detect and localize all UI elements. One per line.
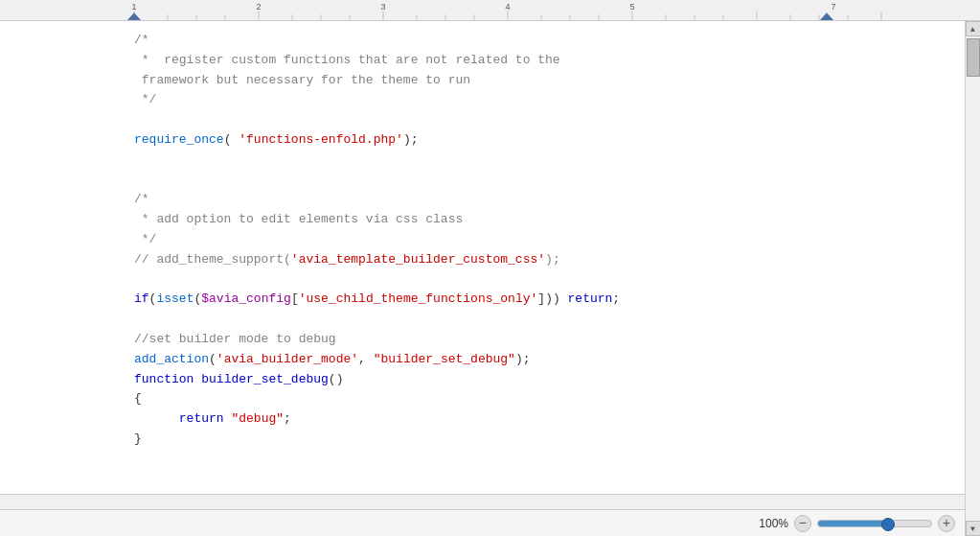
zoom-level: 100% [759,517,788,530]
svg-text:1: 1 [131,3,136,12]
scrollbar-thumb-area[interactable] [966,36,980,521]
editor-container: /* * register custom functions that are … [0,21,980,536]
zoom-slider[interactable] [817,520,932,527]
bottom-bar: 100% − + [0,509,965,536]
horizontal-scrollbar[interactable] [0,494,965,509]
zoom-slider-track [818,521,886,526]
code-area[interactable]: /* * register custom functions that are … [0,21,965,494]
code-content: /* * register custom functions that are … [0,31,965,450]
svg-text:2: 2 [256,3,261,12]
zoom-out-button[interactable]: − [794,515,811,532]
svg-text:5: 5 [629,3,634,12]
ruler: 1 2 3 4 5 7 [0,0,980,21]
zoom-slider-thumb[interactable] [881,518,895,531]
vertical-scrollbar[interactable]: ▲ ▼ [965,21,980,536]
scroll-up-button[interactable]: ▲ [966,21,981,36]
zoom-in-button[interactable]: + [938,515,955,532]
code-scroll[interactable]: /* * register custom functions that are … [0,21,965,494]
scroll-down-button[interactable]: ▼ [966,521,981,536]
scrollbar-thumb[interactable] [967,38,980,77]
svg-text:3: 3 [380,3,385,12]
editor-main: /* * register custom functions that are … [0,21,965,536]
svg-text:7: 7 [831,3,835,12]
svg-text:4: 4 [505,3,510,12]
